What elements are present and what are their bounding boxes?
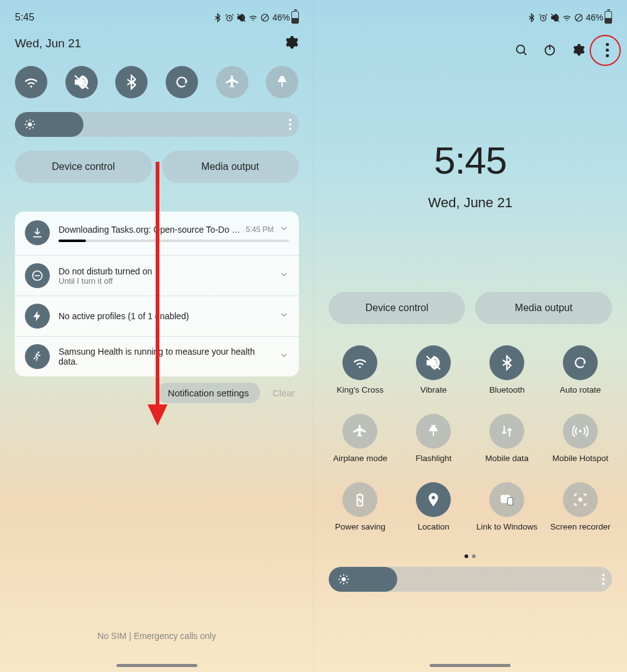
right-panel: 46% 5:45 Wed, June 21 Device control Med… (314, 0, 628, 672)
record-icon (572, 492, 588, 508)
mute-icon (237, 13, 246, 22)
tile-label: Link to Windows (476, 522, 537, 543)
tile-label: Location (418, 522, 450, 543)
tile-rotate[interactable]: Auto rotate (549, 345, 612, 406)
left-panel: 5:45 46% Wed, Jun 21 (0, 0, 314, 672)
settings-button[interactable] (284, 35, 299, 52)
tile-bluetooth[interactable]: Bluetooth (475, 345, 539, 406)
nav-handle[interactable] (430, 664, 511, 667)
brightness-slider[interactable] (15, 112, 299, 137)
settings-button[interactable] (571, 42, 586, 57)
alarm-icon (539, 13, 548, 22)
wifi-icon (562, 13, 572, 22)
tile-power-saving[interactable]: Power saving (329, 482, 392, 543)
brightness-icon (337, 573, 350, 586)
status-icons: 46% (527, 11, 612, 24)
tile-label: Bluetooth (489, 385, 525, 406)
panel-date: Wed, Jun 21 (15, 37, 81, 50)
tile-label: Power saving (335, 522, 385, 543)
no-signal-icon (260, 13, 270, 22)
tile-label: Vibrate (420, 385, 447, 406)
device-control-button[interactable]: Device control (15, 151, 152, 183)
battery-indicator: 46% (586, 11, 612, 24)
media-output-button[interactable]: Media output (162, 151, 299, 183)
tile-label: Screen recorder (550, 522, 611, 543)
status-time: 5:45 (15, 12, 34, 23)
rotate-icon (572, 355, 588, 371)
emergency-text: No SIM | Emergency calls only (0, 631, 314, 641)
tile-label: Mobile Hotspot (552, 454, 608, 475)
tile-link-windows[interactable]: Link to Windows (475, 482, 539, 543)
tile-mobile-data[interactable]: Mobile data (475, 414, 539, 475)
page-indicator[interactable] (329, 554, 613, 558)
flashlight-icon (425, 423, 441, 439)
mute-icon (425, 355, 441, 371)
toggle-wifi[interactable] (15, 66, 47, 98)
tile-location[interactable]: Location (402, 482, 465, 543)
toggle-airplane[interactable] (216, 66, 248, 98)
tile-label: King's Cross (337, 385, 384, 406)
battery-percent: 46% (272, 12, 290, 22)
toggle-sound[interactable] (65, 66, 98, 98)
airplane-icon (352, 423, 368, 439)
highlight-circle-annotation (590, 35, 621, 66)
tile-vibrate[interactable]: Vibrate (402, 345, 465, 406)
battery-percent: 46% (586, 12, 603, 22)
status-icons: 46% (213, 11, 298, 24)
gear-icon (572, 43, 585, 57)
wifi-icon (248, 13, 258, 22)
media-output-button[interactable]: Media output (475, 292, 612, 324)
bluetooth-icon (527, 13, 536, 22)
wifi-icon (352, 355, 368, 371)
brightness-menu-button[interactable] (289, 119, 291, 130)
power-button[interactable] (542, 42, 557, 57)
toggle-rotate[interactable] (166, 66, 198, 98)
tile-label: Flashlight (415, 454, 451, 475)
mute-icon (550, 13, 560, 22)
tile-screen-recorder[interactable]: Screen recorder (549, 482, 612, 543)
tile-label: Auto rotate (560, 385, 601, 406)
link-icon (499, 492, 515, 508)
expanded-date: Wed, June 21 (329, 195, 613, 211)
mute-icon (73, 74, 90, 90)
swipe-down-arrow-annotation (156, 162, 167, 426)
tile-hotspot[interactable]: Mobile Hotspot (549, 414, 612, 475)
battery-indicator: 46% (272, 11, 298, 24)
dnd-icon (25, 263, 50, 288)
download-progress (59, 240, 289, 242)
power-icon (543, 43, 557, 57)
search-button[interactable] (514, 42, 529, 57)
quick-settings-grid: King's Cross Vibrate Bluetooth Auto rota… (329, 345, 613, 543)
chevron-down-icon[interactable] (279, 310, 289, 322)
tile-flashlight[interactable]: Flashlight (402, 414, 465, 475)
notification-time: 5:45 PM (246, 225, 274, 234)
device-control-button[interactable]: Device control (329, 292, 466, 324)
chevron-down-icon[interactable] (279, 223, 289, 236)
tile-wifi[interactable]: King's Cross (329, 345, 392, 406)
gear-icon (284, 35, 299, 50)
toggle-bluetooth[interactable] (115, 66, 148, 98)
brightness-slider[interactable] (329, 567, 613, 592)
tile-airplane[interactable]: Airplane mode (329, 414, 392, 475)
nav-handle[interactable] (116, 664, 197, 667)
notification-settings-button[interactable]: Notification settings (157, 383, 260, 403)
hotspot-icon (572, 423, 588, 439)
toggle-flashlight[interactable] (266, 66, 298, 98)
flashlight-icon (274, 74, 290, 90)
battery-icon (352, 492, 368, 508)
status-bar: 5:45 46% (15, 9, 299, 26)
bluetooth-icon (123, 74, 139, 90)
wifi-icon (23, 74, 39, 90)
bluetooth-icon (213, 13, 222, 22)
clear-button[interactable]: Clear (269, 383, 299, 403)
airplane-icon (224, 74, 240, 90)
chevron-down-icon[interactable] (279, 350, 289, 363)
no-signal-icon (574, 13, 583, 22)
expanded-clock: 5:45 (329, 138, 613, 182)
rotate-icon (174, 74, 190, 90)
running-icon (25, 344, 50, 369)
bluetooth-icon (499, 355, 515, 371)
brightness-menu-button[interactable] (602, 574, 605, 585)
alarm-icon (225, 13, 234, 22)
chevron-down-icon[interactable] (279, 269, 289, 282)
